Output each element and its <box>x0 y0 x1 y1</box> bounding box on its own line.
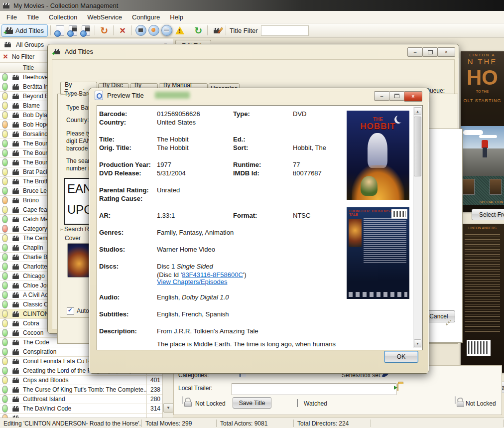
preview-scrollbar[interactable]: ▲ ▼ <box>413 107 422 348</box>
watched-checkbox[interactable] <box>297 399 298 407</box>
front-cover-image[interactable]: LINTON A N THE HO TO THE OLT STARTING SP… <box>461 51 504 212</box>
clapperboard-icon <box>10 226 21 232</box>
preview-value: 5/31/2004 <box>157 169 186 177</box>
select-front-button[interactable]: Select Fro <box>472 209 504 220</box>
preview-link[interactable]: 83F43116-8F58600C <box>182 271 243 279</box>
resize-grip[interactable] <box>445 320 451 326</box>
refresh-icon[interactable]: ↻ <box>192 24 204 36</box>
cover-art <box>463 179 475 195</box>
cover-text: TO THE <box>461 90 504 93</box>
select-front-label: Select Fro <box>479 211 504 218</box>
scrollbar-thumb[interactable] <box>414 117 421 176</box>
menu-item-file[interactable]: File <box>2 12 21 22</box>
webservice-title-icon[interactable] <box>135 24 147 36</box>
preview-value: The Hobbit <box>157 144 189 151</box>
status-badge <box>0 83 10 91</box>
status-editing: Editing 'CLINTON ANDERSON- Road to the H… <box>0 420 141 427</box>
list-item[interactable]: Cutthroat Island280 <box>0 395 162 404</box>
add-titles-button[interactable]: Add Titles <box>1 24 48 37</box>
menu-item-configure[interactable]: Configure <box>127 12 164 22</box>
clapperboard-icon <box>10 131 21 138</box>
menu-item-webservice[interactable]: WebService <box>83 12 126 22</box>
clapperboard-icon <box>10 339 21 346</box>
not-locked-label-right: Not Locked <box>466 400 496 407</box>
web-document-icon[interactable] <box>54 24 66 36</box>
preview-dialog-icon <box>95 91 103 100</box>
preview-field-row: DVD Release:5/31/2004IMDB Id:tt0077687 <box>99 169 345 178</box>
scroll-down-icon[interactable]: ▼ <box>414 339 421 347</box>
add-titles-dialog-icon <box>54 48 60 54</box>
list-item[interactable]: Crips and Bloods401 <box>0 376 162 385</box>
list-item[interactable]: The DaVinci Code314 <box>0 404 162 414</box>
local-trailer-input[interactable] <box>232 383 396 395</box>
list-item-title: Crips and Bloods <box>21 377 146 384</box>
update-icon[interactable]: ↻ <box>98 24 110 36</box>
cover-art <box>361 176 378 196</box>
close-button[interactable]: × <box>437 47 455 57</box>
clapperboard-icon <box>10 406 21 412</box>
list-item[interactable]: The Curse Of King Tut's Tomb: The Comple… <box>0 385 162 395</box>
preview-field-label: IMDB Id: <box>233 169 259 177</box>
list-item[interactable] <box>0 414 162 418</box>
webservice-cover-icon[interactable] <box>161 24 173 36</box>
webservice-cover-icon <box>161 25 172 36</box>
preview-maximize-button[interactable] <box>389 91 404 101</box>
country-label: Country: <box>66 117 89 124</box>
menu-item-title[interactable]: Title <box>22 12 43 22</box>
search-result-cover-thumb[interactable] <box>68 244 91 277</box>
preview-value: Warner Home Video <box>157 246 215 253</box>
delete-icon[interactable]: × <box>117 24 128 36</box>
status-badge <box>0 357 10 365</box>
warning-icon[interactable] <box>174 24 186 36</box>
automatic-checkbox[interactable] <box>67 307 74 315</box>
clapperboard-icon <box>10 74 21 81</box>
save-document-icon[interactable] <box>80 24 92 36</box>
title-column-label: Title <box>23 64 34 71</box>
preview-value: tt0077687 <box>293 169 322 177</box>
cover-art <box>465 234 500 334</box>
hobbit-front-cover-image[interactable]: THE HOBBIT <box>347 111 409 200</box>
preview-value: shared their world with elves, dwarves a… <box>157 349 301 350</box>
hobbit-back-cover-image[interactable]: FROM J.R.R. TOLKIEN'S AMAZING TALE <box>347 207 409 299</box>
add-titles-dialog-titlebar[interactable]: Add Titles <box>48 44 459 58</box>
save-title-button[interactable]: Save Title <box>233 397 271 409</box>
title-filter-input[interactable] <box>261 25 309 36</box>
browse-folder-icon[interactable] <box>397 383 398 391</box>
scroll-up-icon[interactable]: ▲ <box>414 107 421 115</box>
filter-label: No Filter <box>12 53 34 60</box>
preview-field-row: Production Year:1977Runtime:77 <box>99 161 345 169</box>
webservice-person-icon[interactable] <box>148 24 160 36</box>
status-badge <box>0 310 10 318</box>
preview-link[interactable]: View Chapters/Episodes <box>157 278 227 285</box>
preview-value: Dolby Digital 1.0 <box>182 293 229 301</box>
maximize-button[interactable] <box>422 47 438 57</box>
unlock-icon[interactable] <box>182 396 183 404</box>
delete-icon: × <box>120 25 126 35</box>
preview-field-label: Title: <box>99 136 115 143</box>
not-locked-label: Not Locked <box>195 400 226 407</box>
preview-close-button[interactable]: × <box>404 91 422 102</box>
status-badge <box>0 395 10 403</box>
preview-value: Single Sided <box>177 263 213 270</box>
scroll-down-icon[interactable]: ▼ <box>163 403 173 413</box>
status-badge <box>0 234 10 242</box>
app-icon <box>3 2 9 8</box>
status-badge <box>0 196 10 204</box>
list-item-title: Cutthroat Island <box>21 396 146 403</box>
toolbar-separator <box>207 25 208 35</box>
preview-minimize-button[interactable]: – <box>374 91 389 101</box>
menu-item-help[interactable]: Help <box>165 12 188 22</box>
ok-button[interactable]: OK <box>384 351 418 363</box>
menu-item-collection[interactable]: Collection <box>44 12 82 22</box>
clapperboard-icon <box>10 93 21 100</box>
back-cover-image[interactable]: LINTON ANDERS <box>461 224 504 373</box>
preview-value: The Hobbit <box>157 136 189 143</box>
toolbar-separator <box>189 25 189 35</box>
cover-art <box>352 165 404 200</box>
edit-title-tool-icon <box>214 27 220 33</box>
list-item-runtime: 401 <box>146 376 162 385</box>
disc-document-icon[interactable] <box>67 24 79 36</box>
edit-title-tool-icon[interactable] <box>211 24 223 36</box>
unlock-icon-right[interactable] <box>455 396 456 404</box>
minimize-button[interactable]: – <box>407 47 423 57</box>
